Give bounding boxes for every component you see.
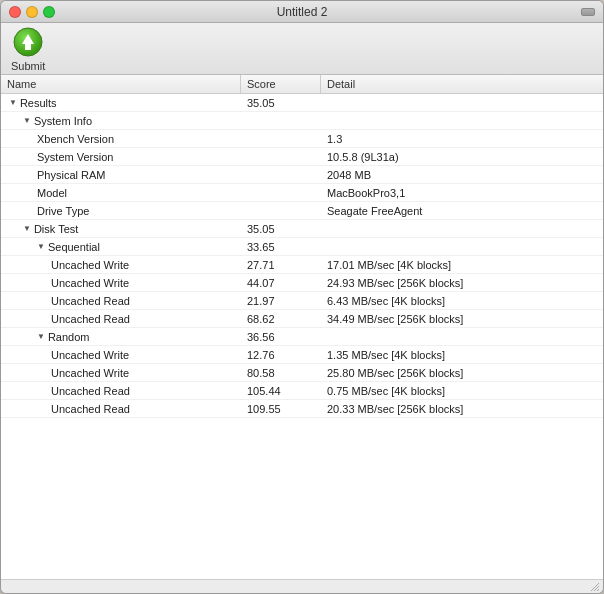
cell-name-text: Physical RAM	[37, 169, 105, 181]
cell-name: Drive Type	[1, 202, 241, 219]
cell-score: 68.62	[241, 310, 321, 327]
cell-name: Uncached Write	[1, 256, 241, 273]
table-row: ▼ System Info	[1, 112, 603, 130]
cell-detail: Seagate FreeAgent	[321, 202, 603, 219]
cell-name-text: Results	[20, 97, 57, 109]
cell-name-text: Uncached Read	[51, 385, 130, 397]
cell-score: 105.44	[241, 382, 321, 399]
cell-name: ▼ Sequential	[1, 238, 241, 255]
close-button[interactable]	[9, 6, 21, 18]
toolbar: Submit	[1, 23, 603, 75]
svg-line-5	[597, 589, 599, 591]
cell-name: Uncached Read	[1, 292, 241, 309]
expand-icon[interactable]: ▼	[9, 98, 17, 107]
minimize-button[interactable]	[26, 6, 38, 18]
table-row: ▼ Disk Test35.05	[1, 220, 603, 238]
table-row: Uncached Read21.976.43 MB/sec [4K blocks…	[1, 292, 603, 310]
resize-handle-icon[interactable]	[589, 581, 601, 593]
cell-name-text: Random	[48, 331, 90, 343]
expand-icon[interactable]: ▼	[23, 116, 31, 125]
table-row: Uncached Write80.5825.80 MB/sec [256K bl…	[1, 364, 603, 382]
expand-icon[interactable]: ▼	[23, 224, 31, 233]
col-header-name: Name	[1, 75, 241, 93]
cell-score	[241, 202, 321, 219]
cell-name-text: Model	[37, 187, 67, 199]
table-body[interactable]: ▼ Results35.05▼ System InfoXbench Versio…	[1, 94, 603, 579]
cell-score	[241, 184, 321, 201]
table-row: System Version10.5.8 (9L31a)	[1, 148, 603, 166]
cell-name-text: Disk Test	[34, 223, 78, 235]
cell-detail: 2048 MB	[321, 166, 603, 183]
cell-name: Uncached Write	[1, 364, 241, 381]
cell-name: Uncached Read	[1, 310, 241, 327]
cell-score: 109.55	[241, 400, 321, 417]
table-row: ▼ Sequential33.65	[1, 238, 603, 256]
resize-widget[interactable]	[581, 8, 595, 16]
cell-detail: 17.01 MB/sec [4K blocks]	[321, 256, 603, 273]
cell-detail	[321, 94, 603, 111]
cell-name: Model	[1, 184, 241, 201]
table-row: ▼ Random36.56	[1, 328, 603, 346]
cell-name-text: Uncached Write	[51, 277, 129, 289]
cell-name: Uncached Write	[1, 346, 241, 363]
cell-detail: 10.5.8 (9L31a)	[321, 148, 603, 165]
submit-button[interactable]: Submit	[11, 26, 45, 72]
cell-score: 33.65	[241, 238, 321, 255]
table-header: Name Score Detail	[1, 75, 603, 94]
table-row: Uncached Read109.5520.33 MB/sec [256K bl…	[1, 400, 603, 418]
cell-name: Physical RAM	[1, 166, 241, 183]
table-row: Uncached Write44.0724.93 MB/sec [256K bl…	[1, 274, 603, 292]
expand-icon[interactable]: ▼	[37, 242, 45, 251]
cell-detail: 0.75 MB/sec [4K blocks]	[321, 382, 603, 399]
cell-name-text: Uncached Read	[51, 295, 130, 307]
cell-detail: 34.49 MB/sec [256K blocks]	[321, 310, 603, 327]
cell-name: ▼ Disk Test	[1, 220, 241, 237]
cell-name: Xbench Version	[1, 130, 241, 147]
cell-score: 12.76	[241, 346, 321, 363]
cell-detail	[321, 328, 603, 345]
traffic-lights	[9, 6, 55, 18]
cell-score: 44.07	[241, 274, 321, 291]
table-row: Uncached Read68.6234.49 MB/sec [256K blo…	[1, 310, 603, 328]
table-row: ▼ Results35.05	[1, 94, 603, 112]
cell-name-text: Xbench Version	[37, 133, 114, 145]
cell-score: 36.56	[241, 328, 321, 345]
cell-detail: 1.3	[321, 130, 603, 147]
cell-detail: 1.35 MB/sec [4K blocks]	[321, 346, 603, 363]
cell-name: Uncached Write	[1, 274, 241, 291]
cell-detail: 6.43 MB/sec [4K blocks]	[321, 292, 603, 309]
table-row: ModelMacBookPro3,1	[1, 184, 603, 202]
cell-name: Uncached Read	[1, 382, 241, 399]
cell-name-text: Uncached Write	[51, 349, 129, 361]
cell-score	[241, 130, 321, 147]
cell-score: 35.05	[241, 94, 321, 111]
cell-name: System Version	[1, 148, 241, 165]
table-row: Physical RAM2048 MB	[1, 166, 603, 184]
cell-name: ▼ Random	[1, 328, 241, 345]
cell-detail	[321, 238, 603, 255]
cell-score: 21.97	[241, 292, 321, 309]
cell-name: ▼ Results	[1, 94, 241, 111]
cell-detail	[321, 220, 603, 237]
cell-name-text: System Version	[37, 151, 113, 163]
cell-detail: 24.93 MB/sec [256K blocks]	[321, 274, 603, 291]
app-window: Untitled 2 Submit Name Sco	[0, 0, 604, 594]
maximize-button[interactable]	[43, 6, 55, 18]
table-row: Drive TypeSeagate FreeAgent	[1, 202, 603, 220]
expand-icon[interactable]: ▼	[37, 332, 45, 341]
cell-detail: 25.80 MB/sec [256K blocks]	[321, 364, 603, 381]
col-header-detail: Detail	[321, 75, 603, 93]
cell-name-text: Uncached Read	[51, 403, 130, 415]
cell-name-text: System Info	[34, 115, 92, 127]
cell-score	[241, 148, 321, 165]
cell-name-text: Uncached Write	[51, 367, 129, 379]
cell-detail	[321, 112, 603, 129]
cell-name-text: Sequential	[48, 241, 100, 253]
cell-name: Uncached Read	[1, 400, 241, 417]
cell-score: 80.58	[241, 364, 321, 381]
titlebar: Untitled 2	[1, 1, 603, 23]
cell-name-text: Drive Type	[37, 205, 89, 217]
cell-score: 27.71	[241, 256, 321, 273]
cell-name-text: Uncached Read	[51, 313, 130, 325]
svg-rect-2	[25, 44, 31, 50]
